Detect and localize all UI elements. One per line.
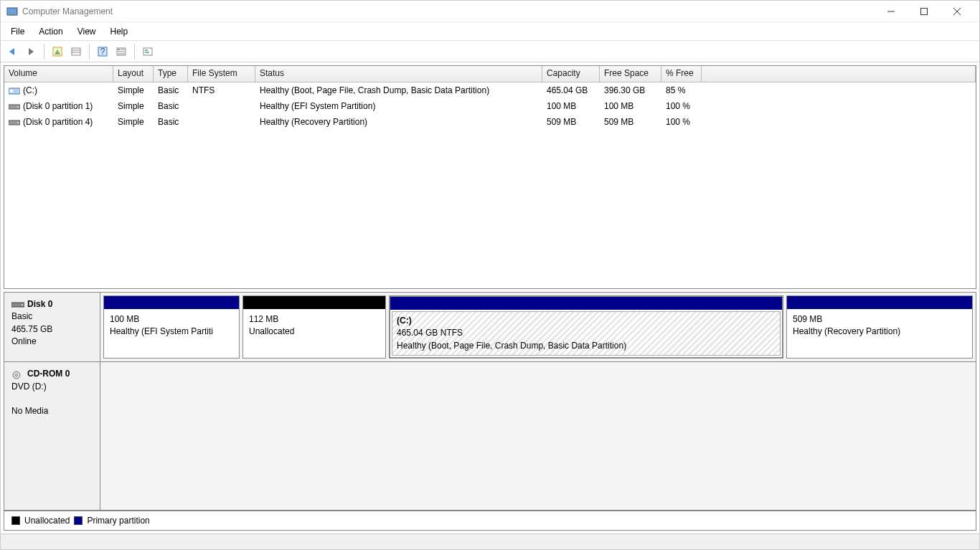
col-volume[interactable]: Volume: [4, 66, 113, 82]
cdrom-name: CD-ROM 0: [27, 369, 70, 379]
volume-type: Basic: [154, 85, 188, 95]
partition-size: 112 MB: [249, 314, 278, 324]
partition-status: Healthy (Boot, Page File, Crash Dump, Ba…: [397, 341, 626, 351]
volume-layout: Simple: [113, 101, 154, 111]
partition-status: Unallocated: [249, 326, 294, 336]
legend: Unallocated Primary partition: [4, 511, 976, 530]
volume-layout: Simple: [113, 85, 154, 95]
toolbar-separator-3: [134, 44, 135, 60]
disk-graphical-pane: Disk 0 Basic 465.75 GB Online 100 MBHeal…: [4, 292, 976, 531]
maximize-button[interactable]: [908, 1, 941, 22]
volume-layout: Simple: [113, 117, 154, 127]
col-layout[interactable]: Layout: [113, 66, 154, 82]
cdrom-line2: DVD (D:): [11, 381, 47, 392]
partition-status: Healthy (Recovery Partition): [793, 326, 900, 336]
volume-pct: 100 %: [661, 101, 702, 111]
disk0-partitions: 100 MBHealthy (EFI System Partiti112 MBU…: [100, 293, 976, 361]
legend-label-primary: Primary partition: [87, 516, 149, 526]
disk-row-cdrom: CD-ROM 0 DVD (D:) No Media: [4, 362, 976, 511]
partition-color-bar: [243, 296, 385, 309]
volume-pct: 100 %: [661, 117, 702, 127]
volume-status: Healthy (Recovery Partition): [255, 117, 542, 127]
partition-size: 465.04 GB NTFS: [397, 328, 463, 338]
volume-row[interactable]: (Disk 0 partition 4)SimpleBasicHealthy (…: [4, 114, 976, 130]
col-freespace[interactable]: Free Space: [600, 66, 661, 82]
volume-status: Healthy (Boot, Page File, Crash Dump, Ba…: [255, 85, 542, 95]
forward-button[interactable]: [22, 43, 39, 60]
volume-free: 396.30 GB: [600, 85, 661, 95]
partition-color-bar: [787, 296, 972, 309]
disk0-type: Basic: [11, 311, 32, 321]
svg-rect-21: [145, 52, 149, 53]
volume-icon: [9, 87, 20, 95]
partition-block[interactable]: 112 MBUnallocated: [242, 295, 386, 359]
col-pctfree[interactable]: % Free: [661, 66, 702, 82]
partition-size: 100 MB: [110, 314, 139, 324]
partition-block[interactable]: (C:)465.04 GB NTFSHealthy (Boot, Page Fi…: [389, 295, 783, 359]
titlebar: Computer Management: [1, 1, 979, 22]
volume-name: (Disk 0 partition 1): [23, 101, 93, 111]
col-status[interactable]: Status: [255, 66, 542, 82]
partition-info: 509 MBHealthy (Recovery Partition): [787, 309, 972, 358]
svg-marker-6: [9, 48, 14, 55]
partition-status: Healthy (EFI System Partiti: [110, 326, 213, 336]
svg-rect-23: [10, 90, 13, 93]
col-filesystem[interactable]: File System: [188, 66, 255, 82]
cdrom-empty-area: [100, 362, 976, 510]
menu-help[interactable]: Help: [103, 24, 136, 39]
refresh-icon[interactable]: [49, 43, 66, 60]
window-title: Computer Management: [22, 6, 875, 16]
cdrom-label[interactable]: CD-ROM 0 DVD (D:) No Media: [4, 362, 100, 510]
window: Computer Management File Action View Hel…: [0, 0, 980, 550]
menu-view[interactable]: View: [70, 24, 103, 39]
partition-info: 112 MBUnallocated: [243, 309, 385, 358]
volume-row[interactable]: (Disk 0 partition 1)SimpleBasicHealthy (…: [4, 98, 976, 114]
volume-row[interactable]: (C:)SimpleBasicNTFSHealthy (Boot, Page F…: [4, 82, 976, 98]
disk0-name: Disk 0: [27, 299, 52, 309]
volume-pct: 85 %: [661, 85, 702, 95]
partition-info: 100 MBHealthy (EFI System Partiti: [104, 309, 239, 358]
col-capacity[interactable]: Capacity: [542, 66, 600, 82]
svg-point-27: [17, 122, 19, 123]
svg-rect-9: [72, 48, 80, 55]
settings-icon[interactable]: [139, 43, 156, 60]
volume-free: 100 MB: [600, 101, 661, 111]
partition-color-bar: [104, 296, 239, 309]
help-icon[interactable]: ?: [94, 43, 111, 60]
menu-file[interactable]: File: [4, 24, 32, 39]
svg-marker-7: [29, 48, 34, 55]
close-button[interactable]: [941, 1, 974, 22]
statusbar: [1, 534, 979, 549]
volume-type: Basic: [154, 101, 188, 111]
svg-point-25: [17, 106, 19, 108]
volume-status: Healthy (EFI System Partition): [255, 101, 542, 111]
svg-rect-20: [145, 49, 148, 51]
toolbar-separator-2: [89, 44, 90, 60]
disk0-status: Online: [11, 336, 37, 346]
col-spacer: [702, 66, 976, 82]
cdrom-icon: [11, 371, 24, 378]
disk0-size: 465.75 GB: [11, 324, 52, 334]
app-icon: [6, 6, 18, 17]
svg-rect-1: [9, 14, 15, 16]
volume-list-pane: Volume Layout Type File System Status Ca…: [4, 65, 976, 289]
volume-name: (Disk 0 partition 4): [23, 117, 93, 127]
volume-capacity: 465.04 GB: [542, 85, 600, 95]
menubar: File Action View Help: [1, 22, 979, 41]
menu-action[interactable]: Action: [32, 24, 70, 39]
properties-icon[interactable]: [67, 43, 85, 60]
list-icon[interactable]: [113, 43, 130, 60]
back-button[interactable]: [4, 43, 21, 60]
svg-rect-15: [118, 49, 120, 50]
legend-swatch-primary: [74, 516, 83, 525]
col-type[interactable]: Type: [154, 66, 188, 82]
svg-point-29: [22, 304, 23, 305]
volume-icon: [9, 103, 20, 111]
legend-label-unallocated: Unallocated: [24, 516, 70, 526]
minimize-button[interactable]: [875, 1, 908, 22]
disk0-label[interactable]: Disk 0 Basic 465.75 GB Online: [4, 293, 100, 361]
partition-block[interactable]: 100 MBHealthy (EFI System Partiti: [103, 295, 240, 359]
partition-color-bar: [390, 297, 782, 310]
partition-block[interactable]: 509 MBHealthy (Recovery Partition): [786, 295, 973, 359]
partition-size: 509 MB: [793, 314, 822, 324]
